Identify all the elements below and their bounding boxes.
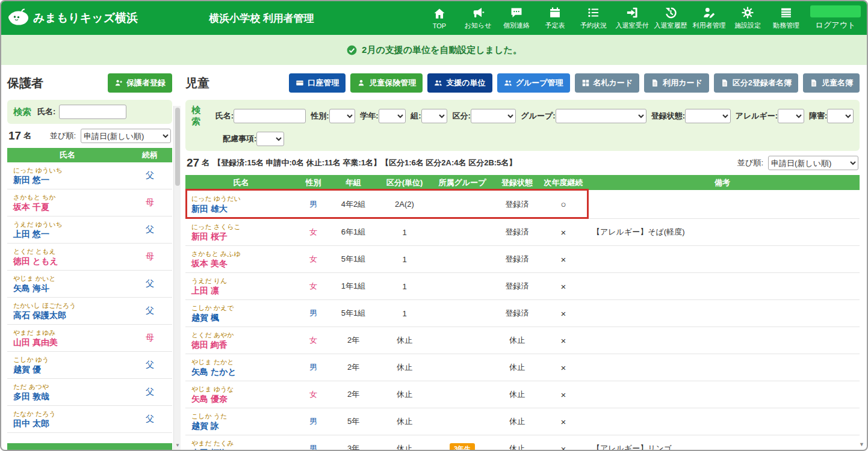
children-sort-select[interactable]: 申請日(新しい順) (768, 156, 858, 170)
child-name-link[interactable]: 坂本 美冬 (191, 259, 228, 268)
nav-item-top[interactable]: TOP (420, 7, 459, 29)
guardian-sort-select[interactable]: 申請日(新しい順) (81, 129, 171, 143)
guardian-row[interactable]: やじま かいと矢島 海斗父 (7, 271, 172, 298)
account-management-button[interactable]: 口座管理 (289, 73, 346, 93)
guardian-row[interactable]: にった ゆういち新田 悠一父 (7, 162, 172, 189)
nametag-card-button[interactable]: 名札カード (575, 73, 640, 93)
guardian-name-link[interactable]: 高石 保護太郎 (13, 310, 66, 320)
reg-status-filter-select[interactable] (685, 109, 731, 123)
guardian-row[interactable]: たかいし ほごたろう高石 保護太郎父 (7, 298, 172, 325)
guardian-row[interactable]: やまだ まゆみ山田 真由美母 (7, 325, 172, 352)
logout-indicator (810, 5, 861, 17)
children-table: 氏名性別年組区分(単位)所属グループ登録状態次年度継続備考 にった ゆうだい新田… (185, 175, 860, 450)
nav-item-facility-settings[interactable]: 施設設定 (728, 6, 767, 30)
child-row[interactable]: やじま たかと矢島 たかと男2年休止休止× (185, 354, 860, 381)
child-gender: 男 (297, 199, 330, 210)
children-title: 児童 (185, 75, 209, 91)
category2-roster-button[interactable]: 区分2登録者名簿 (714, 73, 798, 93)
nav-item-entry-history[interactable]: 入退室履歴 (651, 6, 690, 30)
guardian-name-link[interactable]: 多田 敦哉 (13, 391, 49, 401)
nav-item-user-management[interactable]: 利用者管理 (690, 6, 728, 30)
guardian-name-link[interactable]: 山田 真由美 (13, 337, 58, 347)
guardian-row[interactable]: ただ あつや多田 敦哉父 (7, 379, 172, 406)
child-roster-button[interactable]: 児童名簿 (803, 73, 860, 93)
guardian-name-cell: こしか ゆう越賀 優 (7, 354, 128, 376)
child-kana: やまだ たくみ (191, 439, 291, 447)
guardian-name-link[interactable]: 徳田 ともえ (13, 256, 58, 266)
gear-icon (741, 6, 754, 19)
grade-filter-select[interactable] (379, 109, 406, 123)
guardian-row[interactable]: こしか ゆう越賀 優父 (7, 352, 172, 379)
nav-item-announcements[interactable]: お知らせ (459, 6, 497, 30)
child-row[interactable]: うえだ りん上田 凛女1年1組1登録済× (185, 273, 860, 300)
child-name-link[interactable]: 矢島 たかと (191, 367, 237, 376)
child-row[interactable]: やじま ゆうな矢島 優奈女2年休止休止× (185, 381, 860, 408)
child-row[interactable]: さかもと みふゆ坂本 美冬女5年1組1登録済× (185, 246, 860, 273)
name-filter-input[interactable] (234, 109, 306, 123)
logout-button[interactable]: ログアウト (810, 5, 861, 31)
nav-item-schedule[interactable]: 予定表 (536, 6, 574, 30)
chevron-down-icon[interactable]: ▼ (859, 441, 864, 447)
guardian-register-button[interactable]: 保護者登録 (108, 73, 172, 93)
guardian-row[interactable]: たなか たろう田中 太郎父 (7, 406, 172, 433)
category-filter-select[interactable] (471, 109, 516, 123)
nav-item-work-management[interactable]: 勤務管理 (767, 6, 805, 30)
child-grade: 2年 (330, 335, 377, 346)
guardian-row[interactable]: うえだ ゆういち上田 悠一父 (7, 216, 172, 244)
child-name-link[interactable]: 上田 凛 (191, 286, 219, 295)
guardian-name-link[interactable]: 新田 悠一 (13, 175, 49, 185)
guardian-name-link[interactable]: 矢島 海斗 (13, 283, 49, 293)
usage-card-button[interactable]: 利用カード (644, 73, 709, 93)
group-management-button[interactable]: グループ管理 (497, 73, 570, 93)
guardian-scrollbar[interactable]: ▼ (173, 106, 181, 450)
child-row[interactable]: にった ゆうだい新田 雄大男4年2組2A(2)登録済○ (185, 190, 860, 219)
guardian-kana: こしか ゆう (13, 355, 122, 364)
guardian-name-link[interactable]: 上田 悠一 (13, 229, 49, 239)
child-name-link[interactable]: 越賀 楓 (191, 313, 219, 322)
guardian-name-link[interactable]: 越賀 優 (13, 364, 41, 374)
child-row[interactable]: こしか うた越賀 詠男5年休止休止× (185, 408, 860, 435)
app-logo[interactable]: みまもりキッズ横浜 (7, 8, 138, 29)
guardian-kana: うえだ ゆういち (13, 220, 122, 229)
child-name-cell: やまだ たくみ山田 拓海 (185, 437, 297, 450)
child-name-link[interactable]: 徳田 絢香 (191, 340, 228, 349)
guardian-name-link[interactable]: 田中 太郎 (13, 419, 49, 428)
child-name-link[interactable]: 越賀 詠 (191, 421, 219, 431)
guardian-scrollbar-thumb[interactable] (175, 108, 180, 186)
nav-item-individual-contact[interactable]: 個別連絡 (497, 6, 536, 30)
child-row[interactable]: とくだ あやか徳田 絢香女2年休止休止× (185, 327, 860, 354)
child-kana: にった ゆうだい (191, 194, 291, 203)
child-row[interactable]: こしか かえで越賀 楓男5年1組1登録済× (185, 300, 860, 327)
disability-filter-select[interactable] (827, 109, 854, 123)
guardian-name-link[interactable]: 坂本 千夏 (13, 202, 49, 212)
considerations-filter-select[interactable] (256, 132, 284, 146)
group-filter-select[interactable] (556, 109, 646, 123)
allergy-filter-select[interactable] (778, 109, 804, 123)
child-name-link[interactable]: 新田 雄大 (191, 204, 228, 213)
child-name-link[interactable]: 矢島 優奈 (191, 394, 228, 403)
child-insurance-button[interactable]: 児童保険管理 (350, 73, 423, 93)
grade-filter-label: 学年: (360, 111, 378, 121)
guardian-kana: ただ あつや (13, 382, 122, 391)
class-filter-select[interactable] (421, 109, 448, 123)
child-row[interactable]: やまだ たくみ山田 拓海男3年休止3年生休止×【アレルギー】リンゴ (185, 435, 860, 450)
guardian-row[interactable]: とくだ ともえ徳田 ともえ母 (7, 244, 172, 271)
guardian-row[interactable]: さかもと ちか坂本 千夏母 (7, 189, 172, 216)
child-note: 【アレルギー】リンゴ (585, 443, 860, 450)
guardian-name-input[interactable] (59, 105, 126, 119)
child-name-link[interactable]: 新田 桜子 (191, 232, 228, 241)
home-icon (433, 7, 446, 20)
grade-badge: 3年生 (450, 443, 475, 450)
child-category: 1 (377, 228, 432, 237)
child-row[interactable]: にった さくらこ新田 桜子女6年1組1登録済×【アレルギー】そば(軽度) (185, 219, 860, 246)
card-icon (296, 79, 304, 87)
users-icon (434, 79, 442, 87)
nav-item-reservation-status[interactable]: 予約状況 (574, 6, 613, 30)
support-units-button[interactable]: 支援の単位 (427, 73, 492, 93)
guardian-kana: とくだ ともえ (13, 247, 122, 256)
gender-filter-select[interactable] (329, 109, 356, 123)
support-units-button-label: 支援の単位 (446, 78, 485, 88)
chevron-down-icon[interactable]: ▼ (174, 443, 181, 448)
nav-item-entry-reception[interactable]: 入退室受付 (613, 6, 651, 30)
child-name-link[interactable]: 山田 拓海 (191, 448, 228, 450)
